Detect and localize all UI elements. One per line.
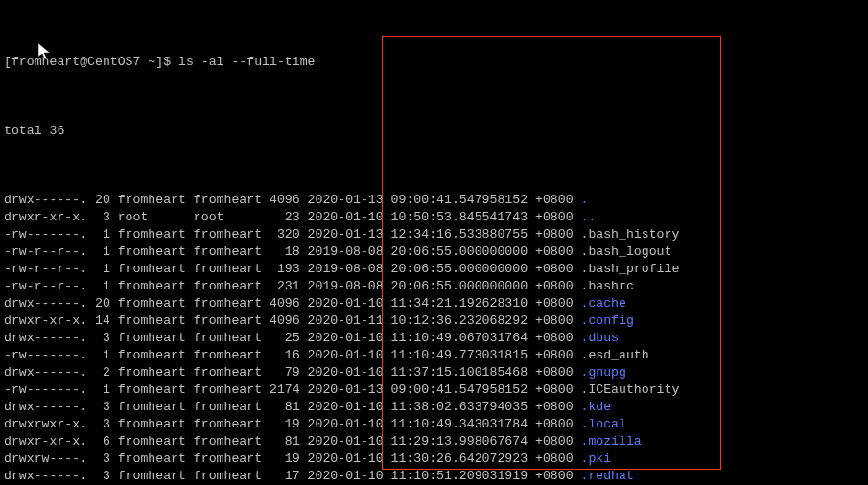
ls-row-meta: -rw-r--r--. 1 fromheart fromheart 193 xyxy=(4,261,308,278)
ls-row-meta: drwxr-xr-x. 6 fromheart fromheart 81 xyxy=(4,433,308,450)
ls-row: -rw-r--r--. 1 fromheart fromheart 18 201… xyxy=(4,243,864,261)
ls-row-meta: -rw-------. 1 fromheart fromheart 2174 xyxy=(4,381,308,399)
ls-row-filename: .ICEauthority xyxy=(580,381,679,399)
ls-row: -rw-------. 1 fromheart fromheart 16 202… xyxy=(4,347,864,364)
ls-row: -rw-------. 1 fromheart fromheart 2174 2… xyxy=(4,381,864,399)
ls-row-filename: .cache xyxy=(580,295,625,312)
ls-row-mtime: 2020-01-10 11:37:15.100185468 +0800 xyxy=(308,364,581,381)
ls-row-mtime: 2020-01-10 11:38:02.633794035 +0800 xyxy=(308,399,581,416)
ls-row-meta: drwxr-xr-x. 14 fromheart fromheart 4096 xyxy=(4,312,308,330)
ls-row-filename: .bash_history xyxy=(580,226,679,243)
ls-row-meta: -rw-r--r--. 1 fromheart fromheart 231 xyxy=(4,278,308,295)
ls-row-meta: drwx------. 3 fromheart fromheart 81 xyxy=(4,399,308,416)
ls-row-mtime: 2020-01-11 10:12:36.232068292 +0800 xyxy=(308,312,581,330)
ls-row-meta: -rw-------. 1 fromheart fromheart 320 xyxy=(4,226,308,243)
ls-row-filename: .mozilla xyxy=(580,433,641,450)
ls-row: drwx------. 20 fromheart fromheart 4096 … xyxy=(4,295,864,312)
ls-row-mtime: 2019-08-08 20:06:55.000000000 +0800 xyxy=(308,243,581,261)
ls-row: drwx------. 3 fromheart fromheart 17 202… xyxy=(4,468,864,485)
ls-row-meta: -rw-------. 1 fromheart fromheart 16 xyxy=(4,347,308,364)
ls-row-mtime: 2020-01-10 11:10:49.067031764 +0800 xyxy=(308,330,581,347)
ls-row-filename: .esd_auth xyxy=(580,347,648,364)
ls-row-meta: drwx------. 20 fromheart fromheart 4096 xyxy=(4,192,308,209)
ls-row-meta: drwx------. 3 fromheart fromheart 17 xyxy=(4,468,308,485)
ls-row-filename: .bash_profile xyxy=(580,261,679,278)
ls-row-mtime: 2020-01-10 11:10:49.343031784 +0800 xyxy=(308,416,581,433)
ls-total-line: total 36 xyxy=(4,123,864,140)
ls-row-mtime: 2020-01-13 12:34:16.533880755 +0800 xyxy=(308,226,581,243)
ls-row-meta: -rw-r--r--. 1 fromheart fromheart 18 xyxy=(4,243,308,261)
ls-row-mtime: 2019-08-08 20:06:55.000000000 +0800 xyxy=(308,261,581,278)
ls-row: drwxr-xr-x. 14 fromheart fromheart 4096 … xyxy=(4,312,864,330)
ls-row-meta: drwx------. 3 fromheart fromheart 25 xyxy=(4,330,308,347)
ls-row-filename: .local xyxy=(580,416,625,433)
ls-row-mtime: 2020-01-10 11:10:51.209031919 +0800 xyxy=(308,468,581,485)
shell-prompt-line: [fromheart@CentOS7 ~]$ ls -al --full-tim… xyxy=(4,54,864,71)
ls-row: drwx------. 2 fromheart fromheart 79 202… xyxy=(4,364,864,381)
ls-row-filename: .dbus xyxy=(580,330,619,347)
ls-row-filename: . xyxy=(580,192,588,209)
ls-row: drwxr-xr-x. 3 root root 23 2020-01-10 10… xyxy=(4,209,864,226)
ls-row: drwx------. 20 fromheart fromheart 4096 … xyxy=(4,192,864,209)
ls-row: drwx------. 3 fromheart fromheart 81 202… xyxy=(4,399,864,416)
terminal-window[interactable]: [fromheart@CentOS7 ~]$ ls -al --full-tim… xyxy=(0,0,868,485)
ls-row-filename: .. xyxy=(580,209,596,226)
ls-row-mtime: 2020-01-10 11:34:21.192628310 +0800 xyxy=(308,295,581,312)
ls-row-filename: .bash_logout xyxy=(580,243,671,261)
ls-row-mtime: 2019-08-08 20:06:55.000000000 +0800 xyxy=(308,278,581,295)
ls-row: drwxrwxr-x. 3 fromheart fromheart 19 202… xyxy=(4,416,864,433)
ls-row-filename: .bashrc xyxy=(580,278,633,295)
ls-row: drwxr-xr-x. 6 fromheart fromheart 81 202… xyxy=(4,433,864,450)
ls-row-mtime: 2020-01-10 10:50:53.845541743 +0800 xyxy=(308,209,581,226)
ls-row-filename: .kde xyxy=(580,399,611,416)
ls-row: drwx------. 3 fromheart fromheart 25 202… xyxy=(4,330,864,347)
ls-row: -rw-r--r--. 1 fromheart fromheart 193 20… xyxy=(4,261,864,278)
ls-row-mtime: 2020-01-10 11:10:49.773031815 +0800 xyxy=(308,347,581,364)
ls-output-table: drwx------. 20 fromheart fromheart 4096 … xyxy=(4,192,864,485)
ls-row-mtime: 2020-01-13 09:00:41.547958152 +0800 xyxy=(308,381,581,399)
ls-row: -rw-r--r--. 1 fromheart fromheart 231 20… xyxy=(4,278,864,295)
ls-row-mtime: 2020-01-10 11:29:13.998067674 +0800 xyxy=(308,433,581,450)
ls-row-meta: drwxrw----. 3 fromheart fromheart 19 xyxy=(4,450,308,468)
ls-row-meta: drwxrwxr-x. 3 fromheart fromheart 19 xyxy=(4,416,308,433)
ls-row-filename: .pki xyxy=(580,450,611,468)
ls-row: -rw-------. 1 fromheart fromheart 320 20… xyxy=(4,226,864,243)
ls-row-meta: drwx------. 2 fromheart fromheart 79 xyxy=(4,364,308,381)
ls-row-filename: .gnupg xyxy=(580,364,625,381)
ls-row-meta: drwx------. 20 fromheart fromheart 4096 xyxy=(4,295,308,312)
ls-row-filename: .config xyxy=(580,312,633,330)
ls-row-mtime: 2020-01-10 11:30:26.642072923 +0800 xyxy=(308,450,581,468)
ls-row-mtime: 2020-01-13 09:00:41.547958152 +0800 xyxy=(308,192,581,209)
ls-row-filename: .redhat xyxy=(580,468,633,485)
ls-row: drwxrw----. 3 fromheart fromheart 19 202… xyxy=(4,450,864,468)
ls-row-meta: drwxr-xr-x. 3 root root 23 xyxy=(4,209,308,226)
